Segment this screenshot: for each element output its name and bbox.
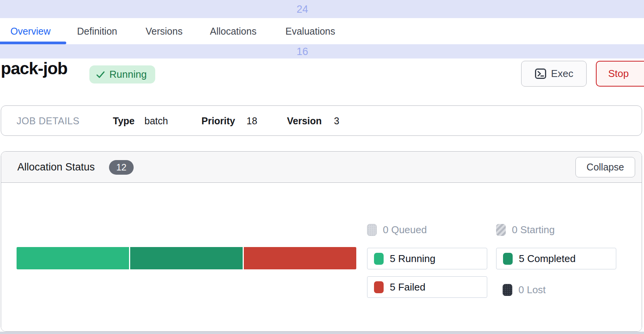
legend-failed-label: 5 Failed [390,281,426,293]
legend-item-failed[interactable]: 5 Failed [367,276,487,298]
status-badge: Running [89,65,155,84]
middle-spacer-band: 16 [0,44,644,58]
running-swatch-icon [374,253,384,265]
lost-swatch-icon [503,284,512,296]
tab-definition[interactable]: Definition [77,18,117,44]
queued-swatch-icon [367,224,377,236]
failed-swatch-icon [374,281,384,293]
legend-running-label: 5 Running [390,253,436,265]
job-version-label: Version [287,115,322,126]
legend-lost-label: 0 Lost [518,284,546,296]
job-type-value: batch [144,115,168,126]
exec-button-label: Exec [551,68,574,80]
bar-segment-running [17,247,129,269]
legend-queued-label: 0 Queued [383,224,427,236]
middle-spacer-label: 16 [288,46,317,58]
tab-versions[interactable]: Versions [146,18,183,44]
bar-segment-completed [130,247,243,269]
stop-button[interactable]: Stop [596,61,644,87]
check-icon [96,70,106,80]
completed-swatch-icon [503,253,513,265]
page-title: pack-job [1,59,67,78]
tab-overview[interactable]: Overview [10,18,50,44]
allocation-status-title: Allocation Status [17,161,95,173]
terminal-icon [535,68,547,80]
collapse-button[interactable]: Collapse [575,157,635,177]
active-tab-underline [0,42,66,44]
top-spacer-band: 24 [0,0,644,18]
job-details-section-label: JOB DETAILS [17,115,79,126]
legend-item-queued: 0 Queued [367,221,427,238]
legend-item-completed[interactable]: 5 Completed [496,248,616,269]
job-tab-bar: Overview Definition Versions Allocations… [0,18,644,44]
status-badge-label: Running [109,68,147,80]
legend-completed-label: 5 Completed [519,253,575,265]
legend-starting-label: 0 Starting [512,224,555,236]
allocation-status-panel: Allocation Status 12 Collapse 0 Queued 0… [1,151,642,332]
legend-item-running[interactable]: 5 Running [367,248,487,269]
tab-evaluations[interactable]: Evaluations [285,18,335,44]
top-spacer-label: 24 [288,3,317,15]
legend-item-lost: 0 Lost [496,281,546,298]
legend-item-starting: 0 Starting [496,221,555,238]
allocation-status-header: Allocation Status 12 Collapse [1,152,642,183]
allocation-chart-body: 0 Queued 0 Starting 5 Running 5 Complete… [1,183,642,332]
allocation-bar[interactable] [17,247,356,269]
starting-swatch-icon [496,224,506,236]
job-details-panel: JOB DETAILS Type batch Priority 18 Versi… [1,105,642,136]
job-version-value: 3 [334,115,339,126]
exec-button[interactable]: Exec [521,61,587,87]
stop-button-label: Stop [608,68,629,80]
allocation-count-badge: 12 [109,160,134,175]
job-type-label: Type [113,115,135,126]
bar-segment-failed [244,247,356,269]
job-priority-label: Priority [201,115,235,126]
job-details-row: JOB DETAILS Type batch Priority 18 Versi… [1,106,642,135]
bottom-page-strip [0,332,644,334]
job-priority-value: 18 [247,115,257,126]
tab-allocations[interactable]: Allocations [210,18,257,44]
